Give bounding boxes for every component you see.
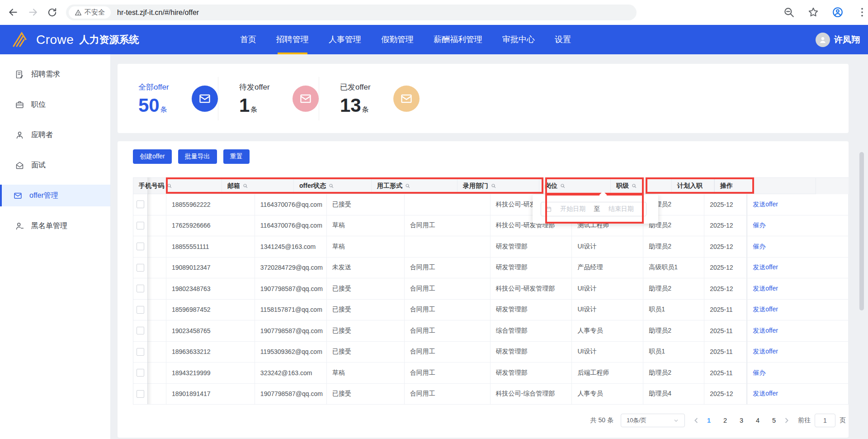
goto-page-input[interactable] [815,414,835,427]
row-checkbox[interactable] [137,390,144,398]
row-action-link[interactable]: 催办 [753,243,765,251]
search-icon[interactable] [405,183,410,189]
row-action-link[interactable]: 催办 [753,369,765,377]
row-checkbox[interactable] [137,327,144,334]
nav-item[interactable]: 假勤管理 [380,25,415,54]
column-header[interactable]: 职级 [611,178,672,194]
page-number[interactable]: 1 [703,417,715,424]
sidebar-item[interactable]: 应聘者 [0,124,110,146]
cell-email: 1164370076@qq.com [255,215,327,237]
column-header[interactable]: 操作 [714,178,816,194]
end-date-placeholder[interactable]: 结束日期 [600,205,642,213]
cell-job: 人事专员 [572,320,643,342]
cell-action: 发送offer [747,342,849,363]
stat-value: 13 [340,95,361,116]
cell-planned-entry-date: 2025-12 [704,194,747,215]
sidebar-item[interactable]: 面试 [0,154,110,176]
row-checkbox[interactable] [137,200,144,208]
row-action-link[interactable]: 发送offer [753,348,778,356]
browser-reload-icon[interactable] [47,7,57,18]
row-checkbox[interactable] [137,285,144,292]
cell-email: 1907798587@qq.com [255,278,327,300]
column-header[interactable]: 用工形式 [372,178,458,194]
bookmark-star-icon[interactable] [807,6,819,18]
search-icon[interactable] [560,183,566,189]
next-page-icon[interactable] [783,416,791,425]
cell-job: 后端工程师 [572,363,643,384]
search-icon[interactable] [166,183,172,189]
sidebar-item[interactable]: 职位 [0,94,110,115]
nav-item[interactable]: 首页 [239,25,258,54]
nav-item[interactable]: 招聘管理 [275,25,310,54]
row-action-link[interactable]: 发送offer [753,327,778,335]
cell-employment-type: 合同用工 [405,320,491,342]
person-icon [818,35,828,45]
prev-page-icon[interactable] [692,416,700,425]
row-checkbox[interactable] [137,243,144,250]
url-text[interactable]: hr-test.zjf-it.cn/#/hire/offer [117,9,199,17]
toolbar-button[interactable]: 创建offer [133,149,172,164]
row-checkbox[interactable] [137,222,144,229]
stat-value-row: 1条 [239,96,271,115]
column-header[interactable]: offer状态 [294,178,372,194]
row-action-link[interactable]: 发送offer [753,390,778,398]
nav-item[interactable]: 设置 [553,25,572,54]
row-checkbox[interactable] [137,306,144,314]
page-size-select[interactable]: 10条/页 [621,414,685,427]
start-date-placeholder[interactable]: 开始日期 [552,205,594,213]
search-icon[interactable] [491,183,496,189]
row-action-link[interactable]: 发送offer [753,263,778,272]
column-header[interactable]: 邮箱 [222,178,294,194]
security-chip[interactable]: 不安全 [69,6,111,19]
nav-item[interactable]: 审批中心 [501,25,536,54]
column-header[interactable]: 计划入职 [672,178,714,194]
row-select-cell [133,320,148,342]
toolbar-button[interactable]: 重置 [223,149,250,164]
sidebar-item-label: 黑名单管理 [31,221,67,231]
search-icon[interactable] [242,183,248,189]
cell-planned-entry-date: 2025-11 [704,300,747,321]
page-number[interactable]: 3 [736,417,747,424]
cell-action: 催办 [747,215,849,237]
zoom-out-icon[interactable] [783,6,795,18]
column-header[interactable]: 岗位 [539,178,611,194]
date-range-input[interactable]: 开始日期 至 结束日期 [541,202,646,216]
search-icon[interactable] [328,183,334,189]
browser-back-icon[interactable] [7,6,19,18]
row-action-link[interactable]: 发送offer [753,200,778,209]
table-body: 18855962222 1164370076@qq.com 已接受 科技公司-研… [133,194,849,405]
column-header[interactable]: 录用部门 [458,178,539,194]
row-action-link[interactable]: 发送offer [753,305,778,314]
address-bar[interactable]: 不安全 hr-test.zjf-it.cn/#/hire/offer [66,5,637,20]
nav-item[interactable]: 薪酬福利管理 [432,25,484,54]
sidebar-item[interactable]: 黑名单管理 [0,215,110,237]
user-menu[interactable]: 许凤翔 [816,25,860,54]
cell-offer-status: 已接受 [327,384,405,405]
cell-email: 1195309362@qq.com [255,342,327,363]
nav-item[interactable]: 人事管理 [327,25,363,54]
page-scrollbar[interactable] [859,152,864,310]
row-action-link[interactable]: 发送offer [753,285,778,293]
toolbar-button[interactable]: 批量导出 [178,149,217,164]
browser-menu-icon[interactable] [856,6,868,18]
search-icon[interactable] [631,183,637,189]
row-checkbox[interactable] [137,348,144,356]
mail-icon [192,86,218,112]
cell-level: 助理员2 [643,278,704,300]
row-expand-cell [148,363,166,384]
sidebar-item[interactable]: offer管理 [0,185,110,206]
column-header[interactable]: 手机号码 [133,178,222,194]
page-number[interactable]: 5 [768,417,780,424]
total-count: 共 50 条 [590,416,613,425]
row-action-link[interactable]: 催办 [753,221,765,229]
sidebar-item[interactable]: 招聘需求 [0,63,110,85]
page-number[interactable]: 2 [719,417,731,424]
cell-email: 1341245@163.com [255,236,327,258]
stat-value-row: 50条 [138,96,170,115]
page-number[interactable]: 4 [752,417,764,424]
row-checkbox[interactable] [137,369,144,377]
row-checkbox[interactable] [137,264,144,272]
browser-profile-icon[interactable] [832,6,844,18]
column-header-label: offer状态 [299,182,326,190]
browser-forward-icon[interactable] [27,6,39,18]
